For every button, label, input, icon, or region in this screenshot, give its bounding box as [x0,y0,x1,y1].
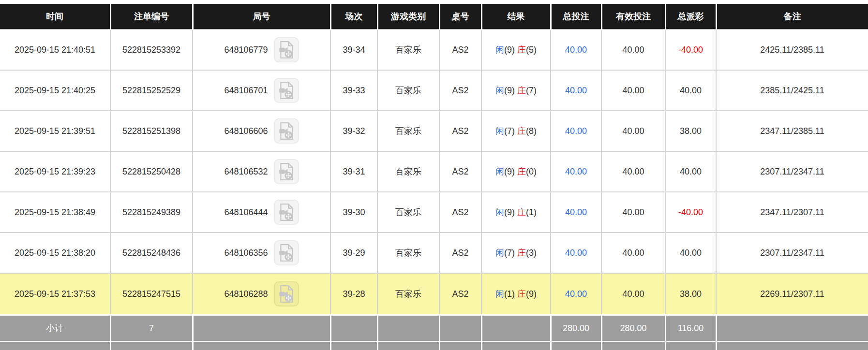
cell-bet-id: 522815249389 [110,192,193,233]
cell-total-payout: 40.00 [665,233,716,273]
result-player-value: (9) [504,45,515,55]
result-player-value: (9) [504,167,515,176]
cell-bet-id: 522815253392 [110,29,193,70]
table-row[interactable]: 2025-09-15 21:38:20 522815248436 6481063… [0,233,868,273]
cell-result: 闲(1) 庄(9) [481,273,551,315]
cell-result: 闲(9) 庄(5) [481,29,551,70]
bet-records-table: 时间 注单编号 局号 场次 游戏类别 桌号 结果 总投注 有效投注 总派彩 备注… [0,4,868,350]
table-row[interactable]: 2025-09-15 21:39:23 522815250428 6481065… [0,151,868,192]
cell-remark: 2307.11/2347.11 [716,233,868,273]
result-banker-label: 庄 [517,45,526,55]
cell-remark: 2347.11/2307.11 [716,192,868,233]
cell-time: 2025-09-15 21:39:23 [0,151,110,192]
table-row[interactable]: 2025-09-15 21:39:51 522815251398 6481066… [0,111,868,151]
cell-total-payout: 38.00 [665,111,716,151]
cell-remark: 2307.11/2347.11 [716,151,868,192]
video-replay-button[interactable] [274,37,299,62]
cell-session: 39-30 [330,192,377,233]
result-player-value: (9) [504,207,515,217]
cell-total-bet: 40.00 [551,233,601,273]
cell-table-no: AS2 [439,29,481,70]
cell-bet-id: 522815248436 [110,233,193,273]
subtotal-total-bet: 280.00 [551,315,601,342]
round-number: 648106444 [224,207,268,218]
cell-total-bet: 40.00 [551,192,601,233]
cell-session: 39-32 [330,111,377,151]
video-replay-button[interactable] [274,78,299,103]
result-player-value: (7) [504,126,515,136]
cell-game-type: 百家乐 [377,151,439,192]
result-player-value: (9) [504,86,515,95]
video-replay-button[interactable] [274,200,299,225]
cell-round-no: 648106779 [193,29,330,70]
cell-total-bet: 40.00 [551,111,601,151]
result-banker-value: (9) [526,289,537,299]
round-number: 648106532 [224,167,268,177]
round-number: 648106779 [224,45,268,55]
table-header-row: 时间 注单编号 局号 场次 游戏类别 桌号 结果 总投注 有效投注 总派彩 备注 [0,4,868,29]
video-replay-button[interactable] [274,240,299,265]
cell-bet-id: 522815247515 [110,273,193,315]
result-banker-value: (0) [526,167,537,176]
table-row[interactable]: 2025-09-15 21:40:25 522815252529 6481067… [0,70,868,111]
cell-round-no: 648106288 [193,273,330,315]
result-player-label: 闲 [495,126,504,136]
cell-time: 2025-09-15 21:38:20 [0,233,110,273]
result-banker-value: (3) [526,248,537,258]
table-row[interactable]: 2025-09-15 21:37:53 522815247515 6481062… [0,273,868,315]
cell-total-payout: 38.00 [665,273,716,315]
header-valid-bet: 有效投注 [601,4,665,29]
cell-valid-bet: 40.00 [601,111,665,151]
round-number: 648106288 [224,289,268,299]
cell-total-bet: 40.00 [551,29,601,70]
cell-round-no: 648106532 [193,151,330,192]
grand-total-label: 总计 [0,342,110,350]
cell-bet-id: 522815251398 [110,111,193,151]
cell-table-no: AS2 [439,70,481,111]
header-table-no: 桌号 [439,4,481,29]
cell-bet-id: 522815252529 [110,70,193,111]
cell-remark: 2347.11/2385.11 [716,111,868,151]
cell-table-no: AS2 [439,192,481,233]
header-result: 结果 [481,4,551,29]
cell-total-bet: 40.00 [551,151,601,192]
cell-bet-id: 522815250428 [110,151,193,192]
video-replay-button[interactable] [274,118,299,144]
cell-table-no: AS2 [439,111,481,151]
header-round-no: 局号 [193,4,330,29]
video-file-icon [278,285,295,303]
subtotal-total-payout: 116.00 [665,315,716,342]
result-player-label: 闲 [495,207,504,217]
table-row[interactable]: 2025-09-15 21:38:49 522815249389 6481064… [0,192,868,233]
cell-result: 闲(9) 庄(7) [481,70,551,111]
cell-remark: 2269.11/2307.11 [716,273,868,315]
cell-session: 39-28 [330,273,377,315]
cell-valid-bet: 40.00 [601,29,665,70]
table-row[interactable]: 2025-09-15 21:40:51 522815253392 6481067… [0,29,868,70]
grand-total-total-payout: 116.00 [665,342,716,350]
cell-valid-bet: 40.00 [601,70,665,111]
cell-game-type: 百家乐 [377,192,439,233]
result-banker-label: 庄 [517,248,526,258]
cell-session: 39-29 [330,233,377,273]
cell-total-bet: 40.00 [551,273,601,315]
header-game-type: 游戏类别 [377,4,439,29]
result-player-value: (1) [504,289,515,299]
cell-total-bet: 40.00 [551,70,601,111]
video-file-icon [278,244,295,262]
round-number: 648106701 [224,86,268,96]
result-banker-value: (1) [526,207,537,217]
cell-valid-bet: 40.00 [601,233,665,273]
cell-time: 2025-09-15 21:38:49 [0,192,110,233]
result-banker-value: (5) [526,45,537,55]
cell-time: 2025-09-15 21:40:25 [0,70,110,111]
header-time: 时间 [0,4,110,29]
grand-total-row: 总计 7 280.00 280.00 116.00 [0,342,868,350]
result-player-label: 闲 [495,167,504,176]
video-replay-button[interactable] [274,159,299,184]
cell-valid-bet: 40.00 [601,273,665,315]
video-replay-button[interactable] [274,281,299,306]
cell-time: 2025-09-15 21:37:53 [0,273,110,315]
grand-total-count: 7 [110,342,193,350]
round-number: 648106356 [224,248,268,258]
